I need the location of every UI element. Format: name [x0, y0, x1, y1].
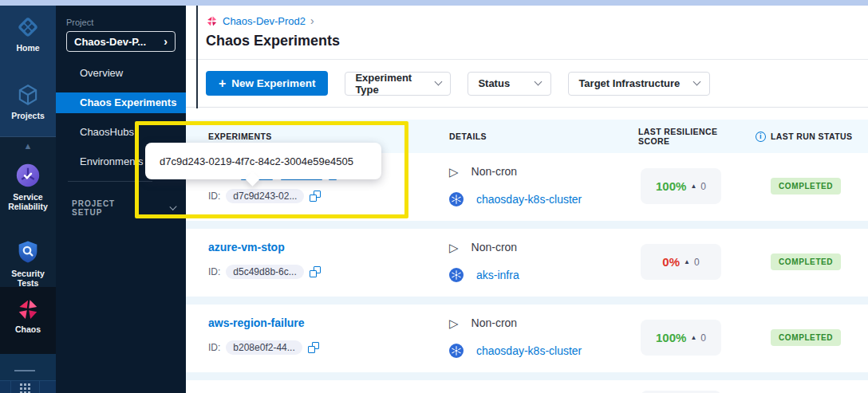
id-label: ID: [208, 266, 220, 277]
security-tests-icon [14, 238, 41, 265]
sidebar-item-projects[interactable]: Projects [0, 82, 56, 120]
top-window-strip [0, 0, 868, 6]
experiment-id-chip: d5c49d8b-6c... [226, 265, 303, 279]
infrastructure-link[interactable]: chaosday-k8s-cluster [476, 193, 582, 206]
resilience-score-chip: 100% ▲ 0 [641, 168, 721, 204]
delta-up-icon: ▲ [690, 334, 696, 341]
home-icon [15, 14, 41, 40]
nav-item-overview[interactable]: Overview [56, 63, 186, 84]
kubernetes-icon [449, 344, 464, 358]
copy-icon[interactable] [310, 266, 321, 277]
status-badge: COMPLETED [771, 253, 841, 270]
experiment-id-line: ID: d5c49d8b-6c... [208, 263, 449, 281]
resilience-score-chip: 100% ▲ 0 [641, 320, 721, 356]
sidebar-item-home[interactable]: Home [0, 14, 56, 53]
project-selector[interactable]: Chaos-Dev-P... › [66, 31, 176, 52]
play-icon: ▷ [449, 242, 459, 253]
filter-experiment-type[interactable]: Experiment Type [345, 72, 451, 96]
experiment-name-link[interactable]: azure-web-app-access-restrict [208, 390, 449, 393]
chevron-down-icon [693, 78, 701, 86]
column-header-score-label: LAST RESILIENCE SCORE [638, 127, 751, 146]
score-delta: 0 [700, 332, 706, 344]
delta-up-icon: ▲ [684, 258, 690, 265]
apps-grid-icon[interactable] [20, 383, 30, 393]
filter-target-infrastructure[interactable]: Target Infrastructure [568, 72, 710, 96]
info-icon[interactable]: i [756, 132, 766, 142]
delta-up-icon: ▲ [690, 183, 696, 190]
divider [39, 381, 40, 393]
schedule-type: Non-cron [471, 316, 518, 329]
score-delta: 0 [694, 257, 700, 268]
score-cell: 0% ▲ 0 [638, 238, 766, 285]
breadcrumb-project-link[interactable]: Chaos-Dev-Prod2 [223, 15, 306, 27]
toolbar: + New Experiment Experiment Type Status … [186, 60, 868, 108]
experiment-cell: azure-vm-stop ID: d5c49d8b-6c... [186, 238, 449, 285]
chevron-right-icon: › [164, 35, 168, 48]
column-header-score: LAST RESILIENCE SCORE i [638, 127, 766, 146]
filter-label: Target Infrastructure [578, 77, 680, 89]
filter-status[interactable]: Status [468, 72, 551, 96]
sidebar-scroll-up-icon[interactable]: ▲ [0, 141, 56, 151]
infrastructure-link[interactable]: chaosday-k8s-cluster [476, 344, 582, 357]
id-label: ID: [208, 191, 220, 202]
new-experiment-button[interactable]: + New Experiment [206, 71, 328, 96]
chaos-icon [16, 297, 40, 321]
sidebar-item-service-reliability[interactable]: Service Reliability [0, 162, 56, 211]
details-cell: ▷ Non-cron chaosday-k8s-cluster [449, 163, 638, 210]
project-setup-toggle[interactable]: PROJECT SETUP [72, 199, 176, 217]
details-cell: ▷ Non-cron [449, 390, 638, 393]
sidebar-item-chaos[interactable]: Chaos [0, 297, 56, 334]
table-body: ID: d7c9d243-02... ▷ Non-cron [186, 153, 868, 393]
experiment-cell: aws-region-failure ID: b208e0f2-44... [186, 314, 449, 361]
experiment-id-chip: d7c9d243-02... [226, 189, 304, 203]
sidebar-item-label: Security Tests [11, 269, 44, 288]
projects-icon [15, 82, 41, 108]
sidebar-divider [14, 370, 35, 371]
experiment-id-line: ID: b208e0f2-44... [208, 339, 449, 356]
score-delta: 0 [700, 181, 706, 192]
experiment-name-link[interactable]: aws-region-failure [208, 314, 449, 332]
nav-item-chaos-experiments[interactable]: Chaos Experiments [56, 92, 186, 113]
table-row[interactable]: azure-web-app-access-restrict ▷ Non-cron [186, 380, 868, 393]
kubernetes-icon [449, 192, 464, 206]
infrastructure-link[interactable]: aks-infra [476, 269, 519, 281]
divider [10, 381, 11, 393]
project-nav-panel: Project Chaos-Dev-P... › Overview Chaos … [56, 6, 186, 393]
table-row[interactable]: azure-vm-stop ID: d5c49d8b-6c... ▷ Non-c… [186, 229, 868, 297]
table-row[interactable]: aws-region-failure ID: b208e0f2-44... ▷ … [186, 305, 868, 372]
chaos-icon [206, 15, 218, 27]
status-cell: COMPLETED [766, 163, 868, 210]
plus-icon: + [219, 77, 226, 91]
score-cell: 100% ▲ 0 [638, 163, 766, 210]
status-badge: COMPLETED [771, 178, 841, 195]
copy-icon[interactable] [308, 342, 319, 353]
sidebar-item-security-tests[interactable]: Security Tests [0, 238, 56, 288]
experiment-id-line: ID: d7c9d243-02... [208, 187, 449, 205]
status-cell: COMPLETED [766, 314, 868, 361]
new-experiment-label: New Experiment [231, 77, 315, 89]
score-value: 100% [656, 331, 686, 344]
experiment-cell: azure-web-app-access-restrict [186, 390, 449, 393]
sidebar-bottom-bar [0, 380, 56, 393]
page-header: Chaos-Dev-Prod2 › Chaos Experiments [186, 6, 868, 60]
chevron-down-icon [535, 78, 542, 86]
score-cell: 100% ▲ 0 [638, 314, 766, 361]
module-sidebar: Home Projects ▲ Service Reliability [0, 6, 56, 393]
panel-resize-line[interactable] [196, 6, 198, 108]
resilience-score-chip: 0% ▲ 0 [641, 244, 721, 280]
details-cell: ▷ Non-cron chaosday-k8s-cluster [449, 314, 638, 361]
sidebar-item-label: Service Reliability [8, 192, 48, 211]
breadcrumb-separator: › [310, 14, 314, 27]
status-badge: COMPLETED [771, 329, 841, 346]
score-value: 0% [662, 255, 680, 269]
column-header-status: LAST RUN STATUS [766, 132, 868, 141]
main-content: Chaos-Dev-Prod2 › Chaos Experiments + Ne… [186, 6, 868, 393]
status-cell [766, 390, 868, 393]
experiment-name-link[interactable]: azure-vm-stop [208, 238, 449, 256]
score-value: 100% [656, 179, 686, 193]
id-tooltip: d7c9d243-0219-4f7c-84c2-3004e59e4505 [145, 143, 381, 179]
nav-item-chaoshubs[interactable]: ChaosHubs [56, 122, 186, 143]
chevron-down-icon [169, 202, 176, 210]
filter-label: Status [478, 77, 510, 89]
copy-icon[interactable] [310, 191, 321, 202]
